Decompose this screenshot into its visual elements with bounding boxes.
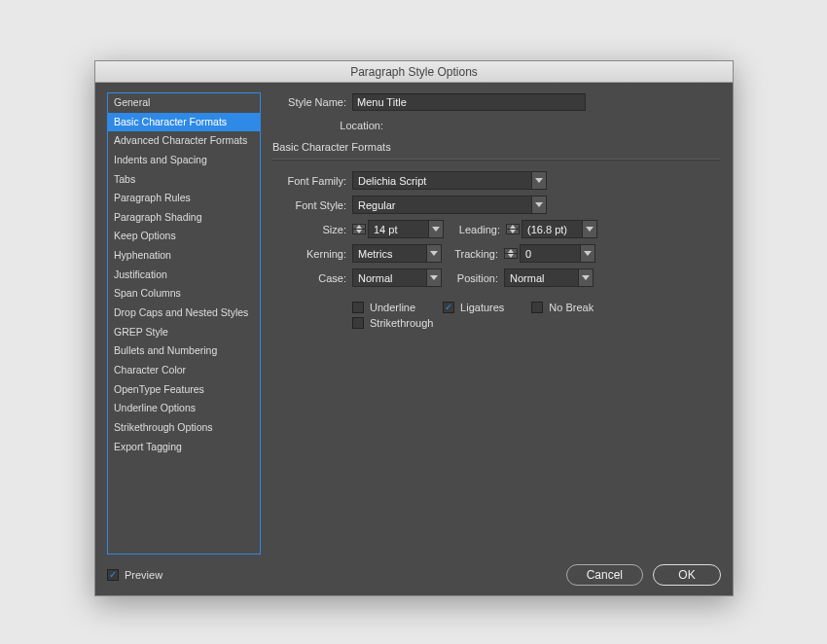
chevron-down-icon[interactable] xyxy=(428,220,444,238)
strikethrough-check[interactable]: Strikethrough xyxy=(352,317,433,329)
checkbox-icon[interactable] xyxy=(443,302,454,313)
font-family-row: Font Family: Delichia Script xyxy=(272,170,721,191)
chevron-down-icon[interactable] xyxy=(582,220,597,238)
ok-button[interactable]: OK xyxy=(653,564,721,586)
arrow-down-icon[interactable] xyxy=(352,230,366,234)
section-title: Basic Character Formats xyxy=(272,141,721,153)
checkbox-icon[interactable] xyxy=(352,302,364,313)
sidebar-item[interactable]: Basic Character Formats xyxy=(108,113,260,132)
nobreak-check[interactable]: No Break xyxy=(531,302,593,313)
font-family-value: Delichia Script xyxy=(352,171,531,190)
checkbox-icon[interactable] xyxy=(107,569,119,581)
size-stepper[interactable] xyxy=(352,224,366,234)
sidebar-item[interactable]: Paragraph Rules xyxy=(108,189,260,208)
tracking-stepper[interactable] xyxy=(504,248,518,259)
dialog-window: Paragraph Style Options GeneralBasic Cha… xyxy=(94,60,734,596)
font-style-label: Font Style: xyxy=(272,199,352,211)
case-label: Case: xyxy=(272,272,352,284)
sidebar-item[interactable]: Keep Options xyxy=(108,227,260,246)
chevron-down-icon[interactable] xyxy=(426,268,442,287)
leading-label: Leading: xyxy=(444,224,506,235)
sidebar-item[interactable]: Paragraph Shading xyxy=(108,208,260,228)
size-label: Size: xyxy=(272,224,352,235)
font-style-value: Regular xyxy=(352,196,531,214)
font-style-combo[interactable]: Regular xyxy=(352,196,547,214)
size-value: 14 pt xyxy=(368,220,428,238)
nobreak-label: No Break xyxy=(549,302,593,313)
dialog-body: GeneralBasic Character FormatsAdvanced C… xyxy=(95,83,733,595)
kerning-label: Kerning: xyxy=(272,248,352,260)
style-name-row: Style Name: xyxy=(272,92,721,112)
chevron-down-icon[interactable] xyxy=(531,196,547,214)
sidebar-item[interactable]: Indents and Spacing xyxy=(108,151,260,170)
size-leading-row: Size: 14 pt Leading: (16 xyxy=(272,219,721,239)
size-combo[interactable]: 14 pt xyxy=(368,220,444,238)
leading-combo[interactable]: (16.8 pt) xyxy=(521,220,597,238)
position-combo[interactable]: Normal xyxy=(504,268,593,287)
checkbox-icon[interactable] xyxy=(531,302,543,313)
chevron-down-icon[interactable] xyxy=(531,171,547,190)
strikethrough-label: Strikethrough xyxy=(370,317,433,329)
checkbox-icon[interactable] xyxy=(352,317,364,329)
upper-area: GeneralBasic Character FormatsAdvanced C… xyxy=(107,92,721,555)
tracking-combo[interactable]: 0 xyxy=(520,244,595,263)
location-row: Location: xyxy=(272,116,721,135)
location-label: Location: xyxy=(272,120,389,131)
arrow-down-icon[interactable] xyxy=(504,254,518,259)
style-name-input[interactable] xyxy=(352,93,586,111)
sidebar-item[interactable]: Bullets and Numbering xyxy=(108,341,260,361)
sidebar-item[interactable]: Export Tagging xyxy=(108,438,260,457)
kerning-tracking-row: Kerning: Metrics Tracking: 0 xyxy=(272,243,721,264)
section-divider xyxy=(272,159,721,161)
checkbox-row-1: Underline Ligatures No Break xyxy=(272,302,721,313)
case-combo[interactable]: Normal xyxy=(352,268,442,287)
underline-label: Underline xyxy=(370,302,415,313)
sidebar-item[interactable]: Hyphenation xyxy=(108,246,260,266)
tracking-label: Tracking: xyxy=(442,248,504,260)
checkbox-row-2: Strikethrough xyxy=(272,317,721,329)
kerning-value: Metrics xyxy=(352,244,426,263)
preview-check[interactable]: Preview xyxy=(107,569,162,581)
sidebar-item[interactable]: Tabs xyxy=(108,170,260,190)
arrow-down-icon[interactable] xyxy=(506,230,520,234)
ligatures-check[interactable]: Ligatures xyxy=(443,302,504,313)
tracking-value: 0 xyxy=(520,244,580,263)
leading-stepper[interactable] xyxy=(506,224,520,234)
dialog-footer: Preview Cancel OK xyxy=(107,555,721,586)
category-sidebar[interactable]: GeneralBasic Character FormatsAdvanced C… xyxy=(107,92,261,555)
sidebar-item[interactable]: OpenType Features xyxy=(108,380,260,400)
titlebar: Paragraph Style Options xyxy=(95,61,733,83)
main-panel: Style Name: Location: Basic Character Fo… xyxy=(272,92,721,555)
sidebar-item[interactable]: Advanced Character Formats xyxy=(108,131,260,151)
case-value: Normal xyxy=(352,268,426,287)
chevron-down-icon[interactable] xyxy=(578,268,593,287)
font-family-combo[interactable]: Delichia Script xyxy=(352,171,547,190)
sidebar-item[interactable]: Strikethrough Options xyxy=(108,418,260,438)
case-position-row: Case: Normal Position: Normal xyxy=(272,268,721,288)
style-name-label: Style Name: xyxy=(272,96,352,108)
font-style-row: Font Style: Regular xyxy=(272,195,721,215)
sidebar-item[interactable]: Underline Options xyxy=(108,399,260,418)
sidebar-item[interactable]: Character Color xyxy=(108,361,260,380)
underline-check[interactable]: Underline xyxy=(352,302,415,313)
kerning-combo[interactable]: Metrics xyxy=(352,244,442,263)
sidebar-item[interactable]: Span Columns xyxy=(108,284,260,304)
ligatures-label: Ligatures xyxy=(460,302,504,313)
position-label: Position: xyxy=(442,272,504,284)
leading-value: (16.8 pt) xyxy=(521,220,582,238)
sidebar-item[interactable]: Justification xyxy=(108,266,260,285)
sidebar-item[interactable]: Drop Caps and Nested Styles xyxy=(108,304,260,323)
chevron-down-icon[interactable] xyxy=(580,244,595,263)
sidebar-item[interactable]: General xyxy=(108,93,260,113)
position-value: Normal xyxy=(504,268,578,287)
chevron-down-icon[interactable] xyxy=(426,244,442,263)
preview-label: Preview xyxy=(125,569,162,581)
window-title: Paragraph Style Options xyxy=(350,65,478,79)
cancel-button[interactable]: Cancel xyxy=(566,564,643,586)
font-family-label: Font Family: xyxy=(272,175,352,187)
sidebar-item[interactable]: GREP Style xyxy=(108,323,260,342)
